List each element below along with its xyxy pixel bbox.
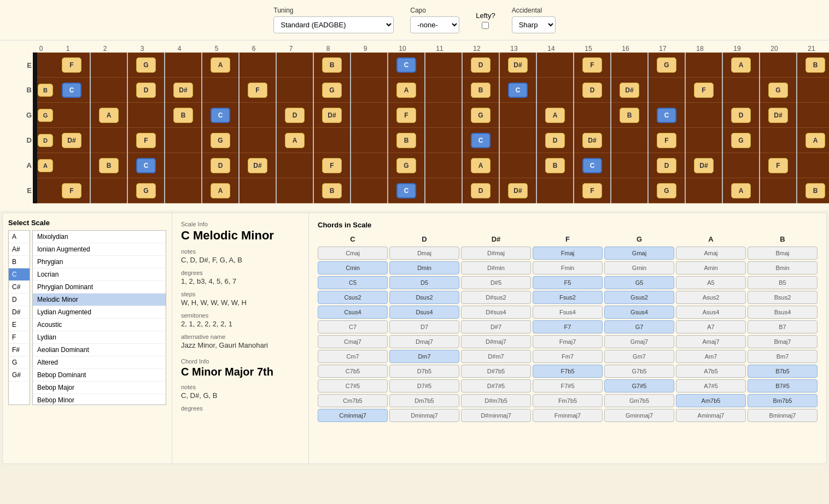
note-btn[interactable]: A: [545, 108, 565, 123]
chord-button[interactable]: Fm7: [533, 350, 603, 363]
key-item-g[interactable]: G: [9, 356, 30, 369]
chord-button[interactable]: D#7#5: [461, 379, 531, 392]
scale-item-bebop-minor[interactable]: Bebop Minor: [33, 394, 166, 405]
note-btn[interactable]: F: [768, 158, 788, 173]
note-btn[interactable]: D: [285, 108, 305, 123]
note-btn[interactable]: F: [248, 83, 267, 98]
chord-button[interactable]: Csus2: [318, 291, 388, 304]
chord-button[interactable]: Cm7b5: [318, 394, 388, 407]
chord-button[interactable]: Dsus2: [389, 291, 459, 304]
note-btn[interactable]: B: [805, 183, 825, 198]
key-item-d[interactable]: D: [9, 294, 30, 306]
note-btn[interactable]: F: [582, 57, 602, 73]
chord-button[interactable]: Gmaj7: [604, 335, 674, 348]
note-btn[interactable]: F: [62, 183, 81, 198]
note-btn[interactable]: G: [38, 109, 53, 122]
chord-button[interactable]: Cm7: [318, 350, 388, 363]
chord-button[interactable]: Csus4: [318, 306, 388, 319]
note-btn[interactable]: A: [285, 133, 305, 148]
chord-button[interactable]: Bmaj7: [748, 335, 818, 348]
chord-button[interactable]: D7b5: [389, 365, 459, 378]
scale-item-phrygian[interactable]: Phrygian: [33, 256, 166, 268]
chord-button[interactable]: Aminmaj7: [676, 409, 746, 422]
chord-button[interactable]: A7#5: [676, 379, 746, 392]
chord-button[interactable]: Bsus4: [748, 306, 818, 319]
key-item-gs[interactable]: G#: [9, 369, 30, 382]
note-btn[interactable]: F: [62, 57, 81, 73]
note-btn[interactable]: F: [136, 133, 156, 148]
chord-button[interactable]: Dm7: [389, 350, 459, 363]
chord-button[interactable]: F7#5: [533, 379, 603, 392]
scale-item-phrygian-dom[interactable]: Phrygian Dominant: [33, 281, 166, 294]
chord-button[interactable]: D#7: [461, 320, 531, 333]
chord-button[interactable]: Cminmaj7: [318, 409, 388, 422]
chord-button[interactable]: G5: [604, 276, 674, 289]
scale-item-ionian-aug[interactable]: Ionian Augmented: [33, 243, 166, 256]
key-item-as[interactable]: A#: [9, 243, 30, 256]
chord-button[interactable]: F7: [533, 320, 603, 333]
chord-button[interactable]: D#sus2: [461, 291, 531, 304]
note-btn[interactable]: C: [396, 57, 416, 73]
note-btn[interactable]: D: [657, 158, 676, 173]
chord-button[interactable]: Gm7b5: [604, 394, 674, 407]
chord-button[interactable]: Amaj7: [676, 335, 746, 348]
note-btn[interactable]: D#: [768, 108, 788, 123]
chord-button[interactable]: Dminmaj7: [389, 409, 459, 422]
scale-item-melodic-minor[interactable]: Melodic Minor: [33, 294, 166, 306]
accidental-select[interactable]: Sharp Flat: [512, 16, 556, 33]
chord-button[interactable]: A7b5: [676, 365, 746, 378]
chord-button[interactable]: Dsus4: [389, 306, 459, 319]
chord-button[interactable]: B7b5: [748, 365, 818, 378]
chord-button[interactable]: G7b5: [604, 365, 674, 378]
note-btn[interactable]: G: [136, 57, 156, 73]
chord-button[interactable]: D#7b5: [461, 365, 531, 378]
note-btn[interactable]: D#: [582, 133, 602, 148]
note-btn[interactable]: D: [582, 83, 602, 98]
chord-button[interactable]: A5: [676, 276, 746, 289]
chord-button[interactable]: Dmin: [389, 261, 459, 274]
key-item-fs[interactable]: F#: [9, 344, 30, 356]
note-btn[interactable]: B: [322, 183, 342, 198]
chord-button[interactable]: Asus2: [676, 291, 746, 304]
chord-button[interactable]: D7#5: [389, 379, 459, 392]
note-btn[interactable]: G: [768, 83, 788, 98]
note-btn[interactable]: D: [38, 134, 53, 147]
key-item-ds[interactable]: D#: [9, 306, 30, 319]
note-btn[interactable]: B: [173, 108, 193, 123]
chord-button[interactable]: Am7b5: [676, 394, 746, 407]
chord-button[interactable]: Fminmaj7: [533, 409, 603, 422]
note-btn[interactable]: C: [136, 158, 156, 173]
note-btn[interactable]: D#: [173, 83, 193, 98]
chord-button[interactable]: Dmaj: [389, 247, 459, 260]
chord-button[interactable]: Bmaj: [748, 247, 818, 260]
scale-item-bebop-dom[interactable]: Bebop Dominant: [33, 369, 166, 382]
note-btn[interactable]: G: [657, 183, 676, 198]
chord-button[interactable]: G7: [604, 320, 674, 333]
chord-button[interactable]: C5: [318, 276, 388, 289]
note-btn[interactable]: A: [211, 183, 230, 198]
chord-button[interactable]: Cmin: [318, 261, 388, 274]
chord-button[interactable]: Bm7b5: [748, 394, 818, 407]
tuning-select[interactable]: Standard (EADGBE) Drop D (DADGBE) Open G…: [273, 16, 394, 33]
note-btn[interactable]: A: [471, 158, 491, 173]
scale-item-aeolian-dom[interactable]: Aeolian Dominant: [33, 344, 166, 356]
note-btn[interactable]: C: [657, 108, 676, 123]
lefty-checkbox[interactable]: [482, 22, 489, 29]
note-btn[interactable]: D: [471, 183, 491, 198]
note-btn[interactable]: D: [471, 57, 491, 73]
note-btn[interactable]: D: [211, 158, 230, 173]
chord-button[interactable]: Fsus4: [533, 306, 603, 319]
note-btn[interactable]: A: [211, 57, 230, 73]
chord-button[interactable]: D7: [389, 320, 459, 333]
scale-item-lydian[interactable]: Lydian: [33, 331, 166, 344]
chord-button[interactable]: D#m7: [461, 350, 531, 363]
chord-button[interactable]: D5: [389, 276, 459, 289]
key-item-cs[interactable]: C#: [9, 281, 30, 294]
note-btn[interactable]: C: [508, 83, 528, 98]
note-btn[interactable]: D#: [248, 158, 267, 173]
chord-button[interactable]: G7#5: [604, 379, 674, 392]
chord-button[interactable]: Fmaj: [533, 247, 603, 260]
note-btn[interactable]: A: [99, 108, 119, 123]
note-btn[interactable]: C: [211, 108, 230, 123]
capo-select[interactable]: -none- 1234 567: [410, 16, 459, 33]
